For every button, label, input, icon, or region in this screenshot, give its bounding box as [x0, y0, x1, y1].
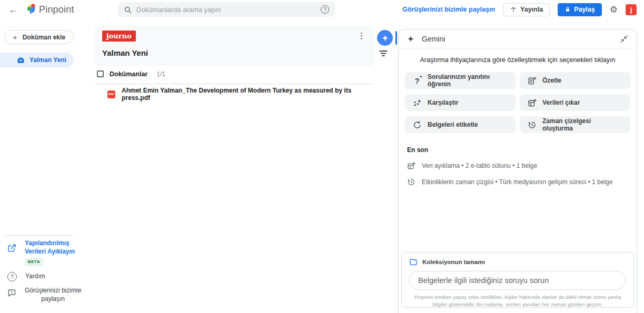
- documents-count: 1/1: [156, 70, 165, 78]
- pinpoint-app: ← Pinpoint ? Görüşlerinizi bizimle payla…: [0, 0, 644, 313]
- select-all-checkbox[interactable]: [97, 70, 104, 77]
- folder-icon: [409, 258, 418, 266]
- gemini-fab-button[interactable]: [377, 30, 393, 46]
- recent-item-timeline[interactable]: Etkinliklerin zaman çizgisi • Türk medya…: [407, 178, 628, 186]
- gemini-spark-icon: [381, 34, 389, 42]
- help-icon: ?: [7, 272, 17, 281]
- ask-question-input[interactable]: [409, 271, 626, 290]
- beta-badge: BETA: [25, 258, 43, 266]
- pdf-file-icon: PDF: [107, 90, 115, 98]
- account-avatar[interactable]: j: [626, 4, 637, 15]
- timeline-clock-icon: [407, 178, 415, 186]
- plus-icon: +: [13, 33, 17, 42]
- feedback-bubble-icon: [7, 288, 16, 303]
- pinpoint-logo-icon: [26, 3, 36, 18]
- collection-header-card: journo Yalman Yeni ⋮: [95, 25, 374, 66]
- extract-table-icon: [527, 98, 537, 107]
- documents-label: Dokümanlar: [110, 70, 147, 78]
- chip-answers[interactable]: ? Sorularınızın yanıtını öğrenin: [405, 72, 516, 89]
- ai-disclaimer: Pinpoint üretken yapay zeka özellikleri,…: [409, 294, 626, 308]
- summarize-icon: [527, 76, 537, 85]
- publish-icon: [510, 6, 517, 13]
- back-icon[interactable]: ←: [8, 5, 18, 14]
- label-documents-icon: [412, 120, 422, 129]
- top-bar: ← Pinpoint ? Görüşlerinizi bizimle payla…: [0, 0, 644, 19]
- journo-brand-logo: journo: [102, 31, 136, 42]
- search-icon: [124, 6, 132, 14]
- filter-icon[interactable]: [379, 49, 388, 59]
- app-name: Pinpoint: [39, 4, 74, 15]
- sidebar-item-feedback[interactable]: Görüşlerinizi bizimle paylaşın: [7, 287, 81, 303]
- chip-create-timeline[interactable]: Zaman çizelgesi oluşturma: [520, 116, 630, 133]
- gemini-suggestion-chips: ? Sorularınızın yanıtını öğrenin Özetle: [405, 72, 630, 133]
- search-bar: ?: [118, 2, 335, 17]
- question-sparkle-icon: ?: [412, 76, 422, 85]
- search-help-icon[interactable]: ?: [321, 5, 329, 14]
- top-bar-actions: Görüşlerinizi bizimle paylaşın Yayınla: [402, 0, 640, 19]
- sidebar-divider: [4, 235, 74, 236]
- sidebar-item-collection[interactable]: Yalman Yeni: [0, 53, 74, 67]
- extract-table-icon: [407, 161, 415, 170]
- collection-scope-chip[interactable]: Koleksiyonun tamamı: [409, 258, 626, 266]
- document-name: Ahmet Emin Yalman_The Development of Mod…: [122, 87, 374, 102]
- gemini-ask-card: Koleksiyonun tamamı Pinpoint üretken yap…: [401, 252, 634, 308]
- documents-divider: [95, 84, 374, 84]
- sidebar-item-help[interactable]: ? Yardım: [7, 272, 45, 281]
- chip-summarize[interactable]: Özetle: [520, 72, 630, 89]
- chip-label-documents[interactable]: Belgeleri etiketle: [405, 116, 516, 133]
- compare-sparkle-icon: [412, 98, 422, 107]
- gemini-intro-text: Araştırma ihtiyaçlarınıza göre özelleşti…: [399, 56, 637, 64]
- gemini-star-icon: [407, 35, 414, 43]
- timeline-clock-icon: [527, 120, 537, 129]
- collapse-panel-icon[interactable]: [620, 35, 628, 43]
- recent-item-data-extraction[interactable]: Veri ayıklama • 2 e-tablo sütunu • 1 bel…: [407, 161, 628, 170]
- open-in-new-icon: [7, 244, 16, 266]
- collection-briefcase-icon: [17, 56, 25, 64]
- feedback-link[interactable]: Görüşlerinizi bizimle paylaşın: [402, 6, 495, 13]
- search-input[interactable]: [136, 6, 316, 14]
- more-options-icon[interactable]: ⋮: [358, 31, 365, 41]
- sidebar-item-structured-data[interactable]: Yapılandırılmış Verileri Ayıklayın BETA: [7, 239, 75, 266]
- gemini-title: Gemini: [422, 35, 445, 43]
- gemini-panel-header: Gemini: [399, 29, 637, 48]
- documents-header: Dokümanlar 1/1: [95, 69, 374, 78]
- collection-title: Yalman Yeni: [102, 48, 148, 57]
- left-sidebar: + Doküman ekle Yalman Yeni: [0, 19, 95, 313]
- add-document-button[interactable]: + Doküman ekle: [4, 30, 74, 44]
- settings-gear-icon[interactable]: ⚙: [610, 5, 618, 14]
- recent-label: En son: [407, 146, 628, 154]
- recent-section: En son Veri ayıklama • 2 e-tablo sütunu …: [407, 146, 628, 186]
- publish-button[interactable]: Yayınla: [503, 3, 550, 16]
- chip-extract-data[interactable]: Verileri çıkar: [520, 94, 630, 111]
- share-button[interactable]: Paylaş: [558, 3, 602, 16]
- panel-resize-handle[interactable]: [395, 31, 397, 45]
- document-row[interactable]: PDF Ahmet Emin Yalman_The Development of…: [95, 88, 374, 100]
- chip-compare[interactable]: Karşılaştır: [405, 94, 516, 111]
- lock-icon: [564, 6, 571, 13]
- gemini-panel: Gemini Araştırma ihtiyaçlarınıza göre öz…: [398, 29, 637, 313]
